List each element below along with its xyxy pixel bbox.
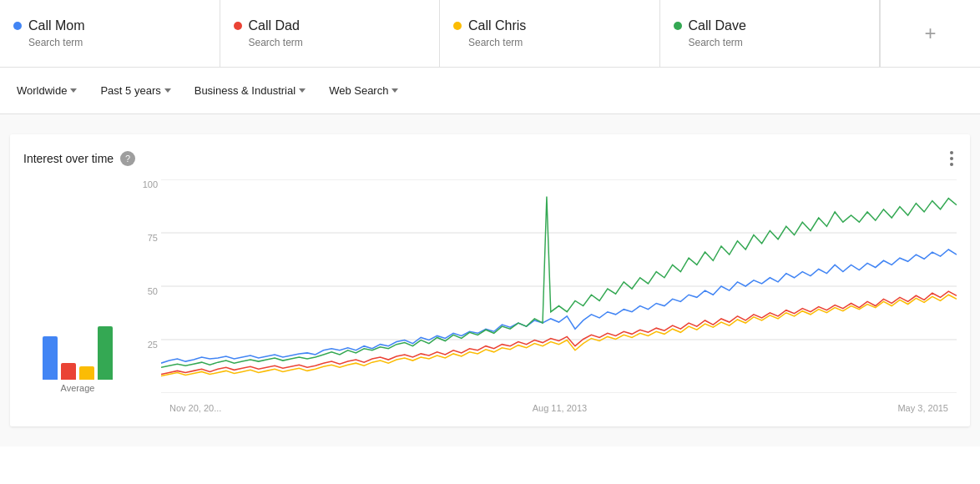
location-filter[interactable]: Worldwide [7, 78, 87, 103]
search-term-call-dave[interactable]: Call Dave Search term [660, 0, 881, 67]
call-dad-name: Call Dad [249, 18, 300, 33]
search-type-filter[interactable]: Web Search [319, 78, 408, 103]
more-options-icon[interactable] [947, 148, 957, 169]
call-dave-label: Search term [674, 37, 866, 48]
avg-bar-call-dad [61, 363, 76, 380]
call-dave-line [161, 196, 957, 367]
search-term-call-chris[interactable]: Call Chris Search term [440, 0, 660, 67]
chart-title: Interest over time [23, 152, 114, 165]
location-filter-label: Worldwide [17, 84, 67, 97]
add-term-button[interactable]: + [880, 0, 980, 67]
call-mom-label: Search term [13, 37, 206, 48]
time-filter[interactable]: Past 5 years [90, 78, 180, 103]
x-label-mid: Aug 11, 2013 [533, 403, 587, 413]
call-dave-name: Call Dave [689, 18, 746, 33]
chart-section: Interest over time ? Average [0, 114, 980, 446]
svg-chart [161, 179, 957, 393]
call-chris-dot [453, 22, 462, 30]
average-bars [43, 313, 113, 380]
category-filter-label: Business & Industrial [194, 84, 296, 97]
search-term-call-dad[interactable]: Call Dad Search term [220, 0, 441, 67]
avg-bar-call-chris [79, 366, 94, 380]
chart-average: Average [23, 179, 132, 413]
chart-plot-area: 100 75 50 25 [132, 179, 957, 413]
search-type-chevron-icon [391, 88, 398, 93]
category-filter[interactable]: Business & Industrial [184, 78, 316, 103]
call-chris-label: Search term [453, 37, 646, 48]
call-mom-name: Call Mom [28, 18, 85, 33]
search-term-call-mom[interactable]: Call Mom Search term [0, 0, 220, 67]
filter-bar: Worldwide Past 5 years Business & Indust… [0, 68, 980, 114]
y-label-100: 100 [143, 179, 158, 189]
avg-bar-call-mom [43, 336, 58, 380]
x-label-start: Nov 20, 20... [169, 403, 221, 413]
y-axis: 100 75 50 25 [132, 179, 161, 393]
interest-over-time-container: Interest over time ? Average [10, 134, 970, 426]
location-chevron-icon [70, 88, 77, 93]
time-filter-label: Past 5 years [100, 84, 160, 97]
call-chris-name: Call Chris [468, 18, 526, 33]
y-label-75: 75 [148, 233, 158, 243]
call-mom-dot [13, 22, 22, 30]
x-label-end: May 3, 2015 [897, 403, 948, 413]
x-axis: Nov 20, 20... Aug 11, 2013 May 3, 2015 [161, 403, 957, 413]
help-icon[interactable]: ? [120, 151, 135, 166]
avg-bar-call-dave [98, 326, 113, 380]
average-label: Average [61, 383, 95, 393]
category-chevron-icon [299, 88, 306, 93]
chart-header: Interest over time ? [23, 148, 957, 169]
search-terms-bar: Call Mom Search term Call Dad Search ter… [0, 0, 980, 68]
call-dave-dot [674, 22, 682, 30]
call-dad-line [161, 291, 957, 374]
y-label-25: 25 [148, 340, 158, 350]
call-chris-line [161, 295, 957, 376]
call-dad-label: Search term [234, 37, 427, 48]
call-dad-dot [234, 22, 242, 30]
search-type-filter-label: Web Search [329, 84, 388, 97]
y-label-50: 50 [148, 286, 158, 296]
time-chevron-icon [164, 88, 171, 93]
chart-area: Average 100 75 50 25 [23, 179, 957, 413]
